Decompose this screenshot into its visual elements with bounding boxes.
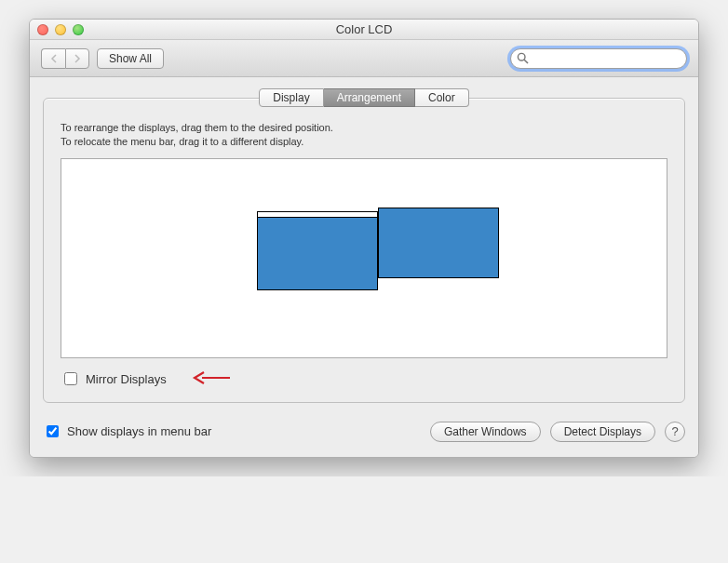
content-area: Display Arrangement Color To rearrange t… <box>30 77 698 457</box>
display-primary[interactable] <box>257 211 378 290</box>
tab-display[interactable]: Display <box>259 88 323 107</box>
show-in-menubar-label: Show displays in menu bar <box>67 424 211 438</box>
search-icon <box>517 52 529 67</box>
display-secondary[interactable] <box>378 208 499 278</box>
minimize-window-button[interactable] <box>55 24 66 35</box>
help-button[interactable]: ? <box>665 422 685 442</box>
menu-bar-indicator[interactable] <box>258 212 377 218</box>
display-arrangement-area[interactable] <box>61 158 667 358</box>
nav-back-forward <box>41 48 89 69</box>
preferences-window: Color LCD Show All Display Arrangement C… <box>29 19 699 458</box>
chevron-left-icon <box>50 54 58 63</box>
footer-row: Show displays in menu bar Gather Windows… <box>43 422 685 442</box>
svg-line-1 <box>524 60 528 63</box>
forward-button[interactable] <box>65 48 89 69</box>
toolbar: Show All <box>30 40 698 77</box>
show-all-button[interactable]: Show All <box>97 48 164 69</box>
mirror-displays-row: Mirror Displays <box>61 369 667 389</box>
titlebar: Color LCD <box>30 20 698 40</box>
tab-bar: Display Arrangement Color <box>43 88 685 107</box>
chevron-right-icon <box>74 54 81 63</box>
tab-arrangement[interactable]: Arrangement <box>324 88 415 107</box>
close-window-button[interactable] <box>37 24 48 35</box>
window-title: Color LCD <box>30 22 698 36</box>
search-field-wrap <box>510 48 687 69</box>
instructions-text: To rearrange the displays, drag them to … <box>61 121 667 149</box>
svg-point-0 <box>518 53 525 60</box>
arrangement-panel: To rearrange the displays, drag them to … <box>43 98 685 403</box>
traffic-lights <box>30 24 84 35</box>
search-input[interactable] <box>510 48 687 69</box>
zoom-window-button[interactable] <box>73 24 84 35</box>
tab-color[interactable]: Color <box>415 88 469 107</box>
instruction-line-2: To relocate the menu bar, drag it to a d… <box>61 135 667 149</box>
back-button[interactable] <box>41 48 65 69</box>
show-in-menubar-row: Show displays in menu bar <box>43 422 211 440</box>
mirror-displays-checkbox[interactable] <box>64 372 77 385</box>
mirror-displays-label: Mirror Displays <box>86 372 167 386</box>
annotation-arrow-icon <box>191 369 232 389</box>
gather-windows-button[interactable]: Gather Windows <box>430 422 541 442</box>
instruction-line-1: To rearrange the displays, drag them to … <box>61 121 667 135</box>
show-in-menubar-checkbox[interactable] <box>47 425 59 437</box>
detect-displays-button[interactable]: Detect Displays <box>550 422 655 442</box>
